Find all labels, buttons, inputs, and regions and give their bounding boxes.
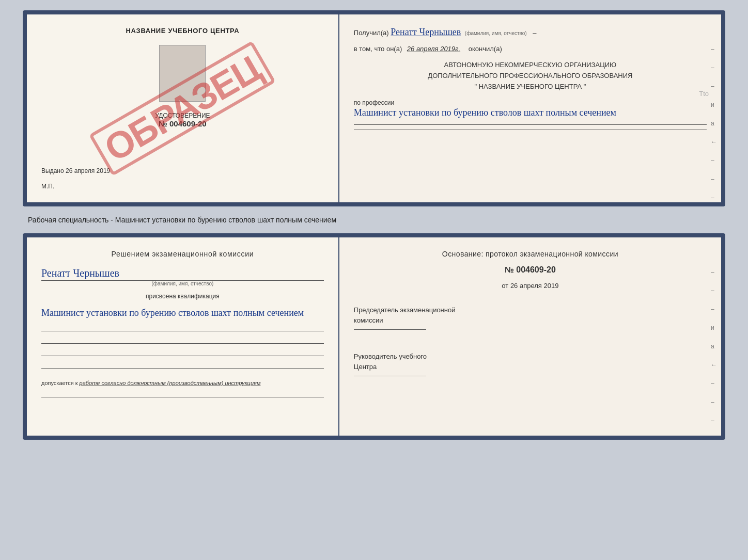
top-cert-right: Получил(а) Ренатт Чернышев (фамилия, имя…	[339, 14, 721, 202]
bottom-underline2	[41, 340, 324, 344]
underline1	[354, 121, 707, 125]
bottom-underline3	[41, 352, 324, 356]
prisvoena-title: присвоена квалификация	[41, 293, 324, 300]
udost-num: № 004609-20	[41, 119, 324, 128]
tsentra-label: Центра	[354, 362, 707, 372]
tto-mark: Tto	[699, 90, 709, 98]
bottom-cert-right: Основание: протокол экзаменационной коми…	[339, 237, 721, 436]
top-certificate-card: НАЗВАНИЕ УЧЕБНОГО ЦЕНТРА УДОСТОВЕРЕНИЕ №…	[23, 10, 725, 206]
ot-label: от	[502, 282, 508, 290]
fio-hint-top: (фамилия, имя, отчество)	[465, 30, 527, 36]
bottom-fio-hint: (фамилия, имя, отчество)	[41, 281, 324, 286]
predsedatel-label: Председатель экзаменационной	[354, 305, 707, 315]
predsedatel-block: Председатель экзаменационной комиссии	[354, 305, 707, 334]
okonchil-label: окончил(а)	[469, 45, 502, 53]
profession-label: по профессии	[354, 99, 707, 106]
bottom-underline4	[41, 364, 324, 369]
top-cert-left: НАЗВАНИЕ УЧЕБНОГО ЦЕНТРА УДОСТОВЕРЕНИЕ №…	[27, 14, 339, 202]
kvali-name: Машинист установки по бурению стволов ша…	[41, 306, 324, 320]
org-line1: АВТОНОМНУЮ НЕКОММЕРЧЕСКУЮ ОРГАНИЗАЦИЮ	[354, 60, 707, 71]
resheniye-title: Решением экзаменационной комиссии	[41, 250, 324, 258]
bottom-underline1	[41, 327, 324, 331]
bottom-person-name: Ренатт Чернышев	[41, 267, 324, 281]
person-name-top: Ренатт Чернышев	[391, 27, 461, 37]
underline2	[354, 126, 707, 130]
side-marks-top: – – – и а ← – – –	[711, 45, 717, 201]
vtom-line: в том, что он(а) 26 апреля 2019г. окончи…	[354, 45, 707, 53]
osnovanie-title: Основание: протокол экзаменационной коми…	[354, 250, 707, 258]
vydano-date: 26 апреля 2019	[66, 167, 110, 174]
mp-line: М.П.	[41, 183, 324, 190]
profession-block: по профессии Машинист установки по бурен…	[354, 99, 707, 131]
org-block: АВТОНОМНУЮ НЕКОММЕРЧЕСКУЮ ОРГАНИЗАЦИЮ ДО…	[354, 60, 707, 92]
dopuskaetsya-block: допускается к работе согласно должностны…	[41, 380, 324, 386]
org-line2: ДОПОЛНИТЕЛЬНОГО ПРОФЕССИОНАЛЬНОГО ОБРАЗО…	[354, 71, 707, 82]
rukovoditel-label: Руководитель учебного	[354, 351, 707, 362]
dopusk-text: работе согласно должностным (производств…	[80, 380, 261, 386]
protocol-num: № 004609-20	[354, 265, 707, 275]
rukovoditel-block: Руководитель учебного Центра	[354, 351, 707, 380]
top-cert-title: НАЗВАНИЕ УЧЕБНОГО ЦЕНТРА	[41, 27, 324, 35]
profession-name-top: Машинист установки по бурению стволов ша…	[354, 106, 707, 119]
vtom-label: в том, что он(а)	[354, 45, 402, 53]
vydano-line: Выдано 26 апреля 2019	[41, 167, 324, 174]
bottom-certificate-card: Решением экзаменационной комиссии Ренатт…	[23, 233, 725, 440]
org-line3: " НАЗВАНИЕ УЧЕБНОГО ЦЕНТРА "	[354, 82, 707, 92]
ot-date: от 26 апреля 2019	[354, 282, 707, 290]
document-container: НАЗВАНИЕ УЧЕБНОГО ЦЕНТРА УДОСТОВЕРЕНИЕ №…	[23, 10, 725, 440]
specialty-text: Рабочая специальность - Машинист установ…	[23, 216, 725, 224]
poluchil-line: Получил(а) Ренатт Чернышев (фамилия, имя…	[354, 27, 707, 38]
predsedatel-sig-line	[354, 329, 426, 330]
vydano-label: Выдано	[41, 167, 64, 174]
rukovoditel-sig-line	[354, 376, 426, 376]
udost-label: УДОСТОВЕРЕНИЕ	[41, 112, 324, 119]
bottom-cert-left: Решением экзаменационной комиссии Ренатт…	[27, 237, 339, 436]
udost-block: УДОСТОВЕРЕНИЕ № 004609-20	[41, 112, 324, 128]
bottom-date: 26 апреля 2019	[510, 282, 559, 290]
photo-placeholder	[159, 45, 206, 102]
side-marks-bottom: – – – и а ← – – –	[711, 268, 717, 424]
bottom-underline5	[41, 393, 324, 397]
komissii-label: комиссии	[354, 315, 707, 326]
dopuskaetsya-label: допускается к	[41, 380, 78, 386]
top-date: 26 апреля 2019г.	[407, 45, 460, 53]
poluchil-label: Получил(а)	[354, 29, 389, 37]
bottom-person-block: Ренатт Чернышев (фамилия, имя, отчество)	[41, 267, 324, 286]
